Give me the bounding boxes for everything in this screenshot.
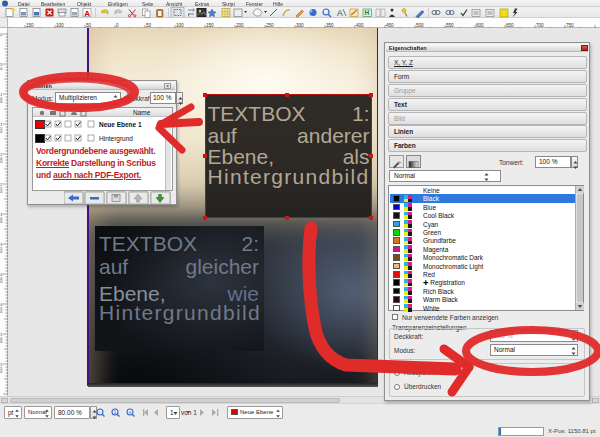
svg-text:0: 0 xyxy=(0,100,2,104)
svg-text:150: 150 xyxy=(206,23,214,28)
svg-text:0: 0 xyxy=(0,130,2,134)
svg-text:A: A xyxy=(84,9,90,18)
svg-text:0: 0 xyxy=(0,310,2,314)
svg-text:0: 0 xyxy=(0,160,2,164)
svg-text:H: H xyxy=(365,9,370,16)
svg-text:400: 400 xyxy=(356,23,364,28)
svg-text:350: 350 xyxy=(326,23,334,28)
svg-text:150: 150 xyxy=(26,23,34,28)
svg-text:600: 600 xyxy=(476,23,484,28)
svg-text:+: + xyxy=(128,409,131,415)
svg-text:1: 1 xyxy=(113,409,116,415)
svg-text:0: 0 xyxy=(0,33,2,37)
svg-text:50: 50 xyxy=(146,23,152,28)
svg-text:300: 300 xyxy=(296,23,304,28)
svg-text:0: 0 xyxy=(0,67,2,71)
svg-text:200: 200 xyxy=(236,23,244,28)
svg-text:0: 0 xyxy=(0,280,2,284)
svg-text:A: A xyxy=(337,8,343,18)
svg-text:0: 0 xyxy=(0,220,2,224)
svg-text:0: 0 xyxy=(0,250,2,254)
svg-text:650: 650 xyxy=(506,23,514,28)
svg-text:250: 250 xyxy=(266,23,274,28)
svg-text:450: 450 xyxy=(386,23,394,28)
svg-text:100: 100 xyxy=(176,23,184,28)
svg-text:550: 550 xyxy=(446,23,454,28)
svg-text:50: 50 xyxy=(86,23,92,28)
svg-text:0: 0 xyxy=(116,23,119,28)
svg-text:0: 0 xyxy=(0,370,2,374)
svg-text:750: 750 xyxy=(566,23,574,28)
svg-text:500: 500 xyxy=(416,23,424,28)
svg-text:0: 0 xyxy=(0,190,2,194)
svg-text:100: 100 xyxy=(56,23,64,28)
svg-text:700: 700 xyxy=(536,23,544,28)
svg-text:0: 0 xyxy=(0,340,2,344)
svg-text:-: - xyxy=(98,409,100,415)
